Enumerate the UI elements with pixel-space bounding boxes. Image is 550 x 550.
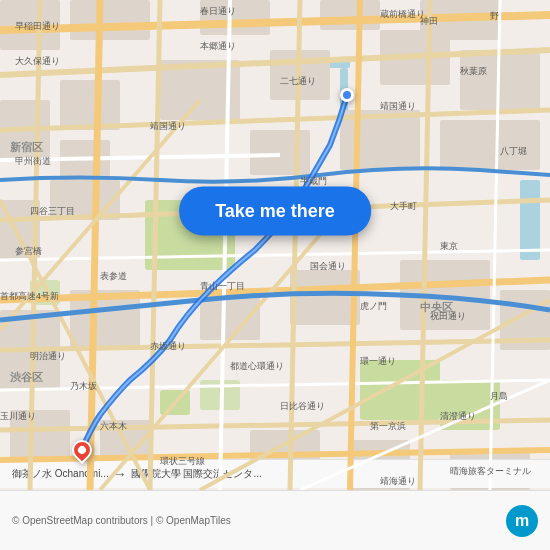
road-label-2: 春日通り	[200, 5, 236, 18]
svg-line-18	[420, 0, 430, 490]
road-label-17: 参宮橋	[15, 245, 42, 258]
road-label-4: 大久保通り	[15, 55, 60, 68]
svg-line-17	[350, 0, 360, 490]
road-label-36: 秋葉原	[460, 65, 487, 78]
road-label-25: 環一通り	[360, 355, 396, 368]
road-label-26: 乃木坂	[70, 380, 97, 393]
road-label-33: 玉川通り	[0, 410, 36, 423]
copyright-text: © OpenStreetMap contributors | © OpenMap…	[12, 515, 231, 526]
road-label-1: 早稲田通り	[15, 20, 60, 33]
road-label-32: 清澄通り	[440, 410, 476, 423]
moovit-icon: m	[506, 505, 538, 537]
road-label-39: 晴海旅客ターミナル	[450, 465, 531, 478]
road-label-21: 虎ノ門	[360, 300, 387, 313]
map-container: 新宿区 渋谷区 中央区 早稲田通り 春日通り 蔵前橋通り 大久保通り 本郷通り …	[0, 0, 550, 490]
svg-line-19	[490, 0, 500, 490]
road-label-31: 環状三号線	[160, 455, 205, 468]
road-label-34: 野	[490, 10, 499, 23]
road-label-38: 月島	[490, 390, 508, 403]
road-label-40: 靖海通り	[380, 475, 416, 488]
road-label-20: 国会通り	[310, 260, 346, 273]
road-label-24: 都道心環通り	[230, 360, 284, 373]
road-label-19: 青山一丁目	[200, 280, 245, 293]
svg-line-1	[0, 15, 550, 30]
road-label-5: 本郷通り	[200, 40, 236, 53]
road-label-23: 赤坂通り	[150, 340, 186, 353]
road-label-15: 東京	[440, 240, 458, 253]
shinjuku-label: 新宿区	[10, 140, 43, 155]
road-label-37: 八丁堀	[500, 145, 527, 158]
svg-line-5	[0, 250, 550, 260]
road-label-6: 靖国通り	[380, 100, 416, 113]
road-label-22: 祝田通り	[430, 310, 466, 323]
shibuya-label: 渋谷区	[10, 370, 43, 385]
road-label-9: 二七通り	[280, 75, 316, 88]
road-label-30: 六本木	[100, 420, 127, 433]
road-label-35: 神田	[420, 15, 438, 28]
origin-marker	[340, 88, 354, 102]
take-me-there-button[interactable]: Take me there	[179, 186, 371, 235]
road-label-10: 四谷三丁目	[30, 205, 75, 218]
road-label-28: 日比谷通り	[280, 400, 325, 413]
svg-line-15	[220, 0, 230, 490]
road-label-7: 甲州街道	[15, 155, 51, 168]
road-label-16: 首都高速4号新	[0, 290, 59, 303]
svg-line-14	[150, 0, 160, 490]
road-label-29: 第一京浜	[370, 420, 406, 433]
svg-line-2	[0, 110, 550, 130]
road-label-3: 蔵前橋通り	[380, 8, 425, 21]
road-label-8: 靖国通り	[150, 120, 186, 133]
moovit-logo: m	[506, 505, 538, 537]
road-label-27: 明治通り	[30, 350, 66, 363]
road-label-14: 大手町	[390, 200, 417, 213]
bottom-bar: © OpenStreetMap contributors | © OpenMap…	[0, 490, 550, 550]
road-label-18: 表参道	[100, 270, 127, 283]
svg-line-16	[290, 0, 300, 490]
